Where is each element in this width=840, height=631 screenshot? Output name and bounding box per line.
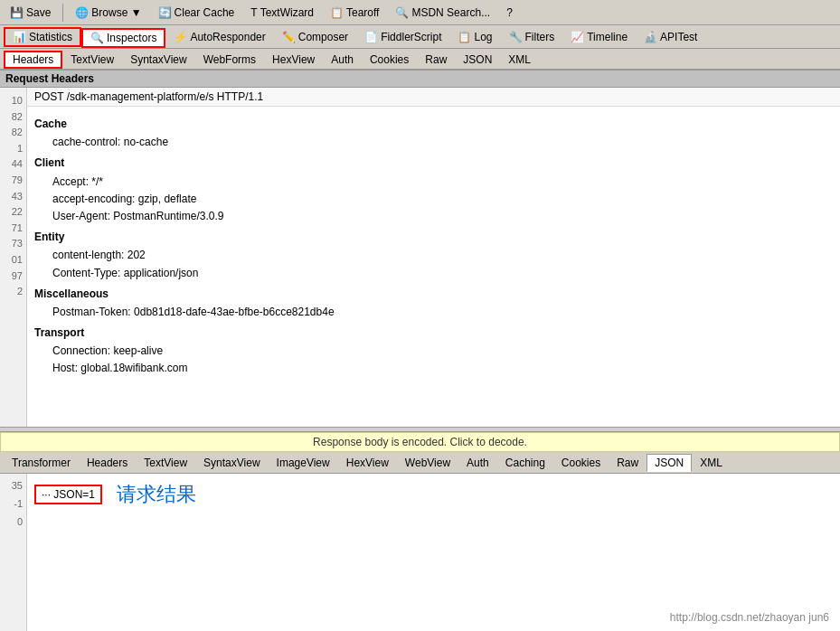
autoresponder-icon: ⚡ bbox=[174, 31, 187, 43]
req-tab-xml[interactable]: XML bbox=[500, 51, 539, 69]
req-tab-syntaxview[interactable]: SyntaxView bbox=[122, 51, 194, 69]
resp-tab-xml[interactable]: XML bbox=[692, 454, 731, 472]
req-tab-json[interactable]: JSON bbox=[455, 51, 500, 69]
response-content: 35 -1 0 ··· JSON=1 请求结果 bbox=[0, 474, 840, 631]
separator-1 bbox=[62, 4, 63, 22]
req-tab-hexview[interactable]: HexView bbox=[264, 51, 323, 69]
header-host: Host: global.18wifibank.com bbox=[34, 360, 833, 377]
resp-tab-hexview[interactable]: HexView bbox=[338, 454, 397, 472]
tab-inspectors[interactable]: 🔍 Inspectors bbox=[81, 28, 165, 48]
req-tab-cookies[interactable]: Cookies bbox=[362, 51, 417, 69]
resp-tab-caching[interactable]: Caching bbox=[497, 454, 553, 472]
save-button[interactable]: 💾 Save bbox=[4, 3, 57, 23]
response-line-numbers: 35 -1 0 bbox=[0, 474, 27, 631]
tab-autoresponder[interactable]: ⚡ AutoResponder bbox=[165, 27, 273, 47]
response-encoded-bar[interactable]: Response body is encoded. Click to decod… bbox=[0, 432, 840, 452]
msdn-search-button[interactable]: 🔍 MSDN Search... bbox=[389, 3, 496, 23]
help-button[interactable]: ? bbox=[500, 3, 519, 23]
tearoff-icon: 📋 bbox=[330, 6, 344, 19]
main-content: Headers TextView SyntaxView WebForms Hex… bbox=[0, 49, 840, 631]
save-icon: 💾 bbox=[10, 6, 24, 19]
watermark: http://blog.csdn.net/zhaoyan jun6 bbox=[670, 611, 829, 624]
header-cache-control: cache-control: no-cache bbox=[34, 134, 833, 151]
req-raw-label: Raw bbox=[425, 53, 447, 66]
clear-cache-button[interactable]: 🔄 Clear Cache bbox=[152, 3, 241, 23]
tearoff-label: Tearoff bbox=[346, 6, 379, 19]
browse-label: Browse ▼ bbox=[91, 6, 141, 19]
req-cookies-label: Cookies bbox=[370, 53, 409, 66]
resp-tab-transformer[interactable]: Transformer bbox=[4, 454, 79, 472]
statistics-icon: 📊 bbox=[13, 31, 26, 43]
section-transport-title: Transport bbox=[34, 325, 833, 342]
req-tab-webforms[interactable]: WebForms bbox=[195, 51, 264, 69]
req-headers-label: Headers bbox=[13, 53, 53, 66]
tearoff-button[interactable]: 📋 Tearoff bbox=[324, 3, 385, 23]
composer-label: Composer bbox=[298, 31, 348, 43]
text-wizard-button[interactable]: T TextWizard bbox=[244, 3, 320, 23]
resp-tab-imageview[interactable]: ImageView bbox=[269, 454, 338, 472]
tab-apitest[interactable]: 🔬 APITest bbox=[636, 27, 705, 47]
save-label: Save bbox=[26, 6, 51, 19]
tab-statistics[interactable]: 📊 Statistics bbox=[4, 27, 81, 47]
req-tab-raw[interactable]: Raw bbox=[417, 51, 455, 69]
inspectors-label: Inspectors bbox=[107, 32, 156, 44]
filters-label: Filters bbox=[525, 31, 555, 43]
req-textview-label: TextView bbox=[71, 53, 114, 66]
help-label: ? bbox=[506, 6, 513, 19]
headers-content: Cache cache-control: no-cache Client Acc… bbox=[27, 107, 840, 383]
composer-icon: ✏️ bbox=[282, 31, 296, 43]
timeline-label: Timeline bbox=[587, 31, 628, 43]
apitest-icon: 🔬 bbox=[644, 31, 657, 43]
tab-fiddlerscript[interactable]: 📄 FiddlerScript bbox=[356, 27, 449, 47]
browse-icon: 🌐 bbox=[75, 6, 89, 19]
tab-composer[interactable]: ✏️ Composer bbox=[274, 27, 356, 47]
request-url: POST /sdk-management-platform/e/s HTTP/1… bbox=[27, 88, 840, 107]
statistics-label: Statistics bbox=[29, 31, 72, 43]
request-headers-title: Request Headers bbox=[0, 71, 840, 88]
req-auth-label: Auth bbox=[331, 53, 354, 66]
apitest-label: APITest bbox=[660, 31, 697, 43]
text-wizard-label: TextWizard bbox=[260, 6, 314, 19]
section-cache-title: Cache bbox=[34, 116, 833, 133]
tab-timeline[interactable]: 📈 Timeline bbox=[562, 27, 636, 47]
resp-tab-raw[interactable]: Raw bbox=[609, 454, 647, 472]
header-accept-encoding: accept-encoding: gzip, deflate bbox=[34, 191, 833, 208]
timeline-icon: 📈 bbox=[571, 31, 584, 43]
response-body: ··· JSON=1 请求结果 bbox=[27, 474, 840, 631]
resp-tab-syntaxview[interactable]: SyntaxView bbox=[195, 454, 268, 472]
request-tab-bar: Headers TextView SyntaxView WebForms Hex… bbox=[0, 49, 840, 71]
resp-tab-headers[interactable]: Headers bbox=[79, 454, 136, 472]
resp-tab-textview[interactable]: TextView bbox=[136, 454, 195, 472]
msdn-search-label: MSDN Search... bbox=[411, 6, 490, 19]
autoresponder-label: AutoResponder bbox=[190, 31, 265, 43]
req-tab-textview[interactable]: TextView bbox=[62, 51, 122, 69]
line-numbers: 10 82 82 1 44 79 43 22 71 73 01 97 2 bbox=[0, 88, 27, 427]
json-entry: ··· JSON=1 bbox=[34, 485, 102, 504]
resp-tab-webview[interactable]: WebView bbox=[397, 454, 458, 472]
response-tab-bar: Transformer Headers TextView SyntaxView … bbox=[0, 452, 840, 474]
section-miscellaneous-title: Miscellaneous bbox=[34, 286, 833, 303]
text-wizard-icon: T bbox=[250, 6, 257, 19]
fiddlerscript-icon: 📄 bbox=[364, 31, 378, 43]
req-hexview-label: HexView bbox=[272, 53, 315, 66]
fiddlerscript-label: FiddlerScript bbox=[381, 31, 441, 43]
req-tab-auth[interactable]: Auth bbox=[323, 51, 362, 69]
header-accept: Accept: */* bbox=[34, 174, 833, 191]
tab-filters[interactable]: 🔧 Filters bbox=[501, 27, 563, 47]
resp-tab-cookies[interactable]: Cookies bbox=[553, 454, 609, 472]
req-webforms-label: WebForms bbox=[203, 53, 256, 66]
clear-cache-icon: 🔄 bbox=[158, 6, 172, 19]
tab-bar-1: 📊 Statistics 🔍 Inspectors ⚡ AutoResponde… bbox=[0, 25, 840, 49]
req-json-label: JSON bbox=[463, 53, 492, 66]
req-tab-headers[interactable]: Headers bbox=[4, 51, 62, 69]
resp-tab-auth[interactable]: Auth bbox=[458, 454, 497, 472]
resp-tab-json[interactable]: JSON bbox=[647, 454, 692, 472]
tab-log[interactable]: 📋 Log bbox=[449, 27, 500, 47]
header-postman-token: Postman-Token: 0db81d18-dafe-43ae-bfbe-b… bbox=[34, 304, 833, 321]
browse-button[interactable]: 🌐 Browse ▼ bbox=[69, 3, 147, 23]
inspectors-icon: 🔍 bbox=[90, 32, 104, 44]
header-user-agent: User-Agent: PostmanRuntime/3.0.9 bbox=[34, 208, 833, 225]
request-panel: Headers TextView SyntaxView WebForms Hex… bbox=[0, 49, 840, 427]
req-syntaxview-label: SyntaxView bbox=[130, 53, 186, 66]
filters-icon: 🔧 bbox=[509, 31, 523, 43]
